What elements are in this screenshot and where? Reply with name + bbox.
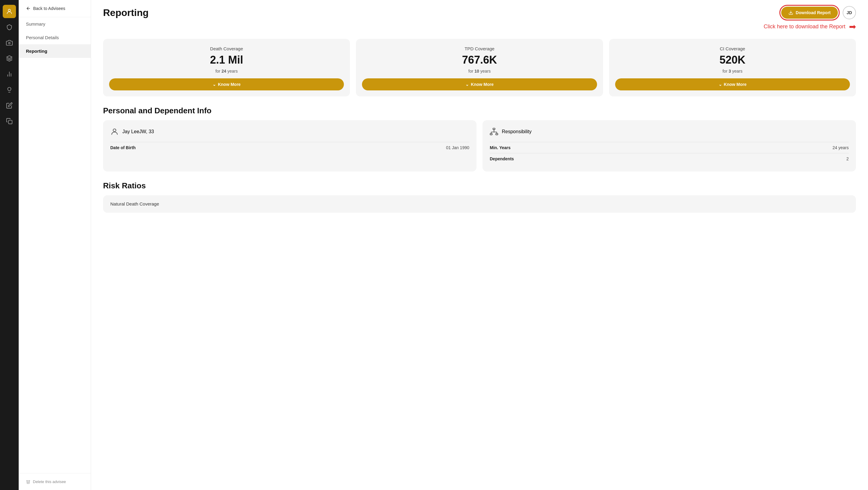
person-icon: [110, 127, 119, 136]
arrow-icon: ➡: [849, 22, 856, 32]
tpd-coverage-years: for 10 years: [468, 69, 491, 73]
annotation-text: Click here to download the Report: [764, 24, 845, 30]
avatar: JD: [843, 6, 856, 19]
tpd-coverage-card: TPD Coverage 767.6K for 10 years ⌄ Know …: [356, 39, 603, 96]
sidebar-icon-shield[interactable]: [3, 21, 16, 34]
main-content: Reporting Download Report JD Click here …: [91, 0, 868, 490]
tpd-coverage-title: TPD Coverage: [464, 46, 494, 51]
back-to-advisees-link[interactable]: Back to Advisees: [19, 0, 91, 17]
download-report-button[interactable]: Download Report: [781, 7, 838, 19]
responsibility-card: Responsibility Min. Years 24 years Depen…: [483, 120, 856, 172]
death-coverage-years: for 24 years: [216, 69, 238, 73]
risk-ratios-heading: Risk Ratios: [103, 181, 856, 190]
dob-label: Date of Birth: [110, 145, 135, 150]
sidebar-icon-layers[interactable]: [3, 52, 16, 65]
svg-marker-2: [7, 56, 12, 58]
tpd-coverage-value: 767.6K: [462, 54, 497, 66]
nav-panel: Back to Advisees Summary Personal Detail…: [19, 0, 91, 490]
svg-point-1: [8, 42, 10, 44]
personal-info-cards: Jay LeeJW, 33 Date of Birth 01 Jan 1990: [103, 120, 856, 172]
ci-coverage-title: CI Coverage: [720, 46, 745, 51]
risk-card: Natural Death Coverage: [103, 195, 856, 213]
nav-item-summary[interactable]: Summary: [19, 17, 91, 31]
natural-death-label: Natural Death Coverage: [110, 201, 159, 207]
responsibility-card-header: Responsibility: [490, 127, 849, 136]
ci-coverage-card: CI Coverage 520K for 3 years ⌄ Know More: [609, 39, 856, 96]
icon-sidebar: [0, 0, 19, 490]
personal-section-heading: Personal and Dependent Info: [103, 106, 856, 115]
person-card: Jay LeeJW, 33 Date of Birth 01 Jan 1990: [103, 120, 476, 172]
nav-item-personal-details[interactable]: Personal Details: [19, 31, 91, 44]
sidebar-icon-copy[interactable]: [3, 115, 16, 128]
coverage-section: Death Coverage 2.1 Mil for 24 years ⌄ Kn…: [91, 34, 868, 218]
page-title: Reporting: [103, 7, 149, 19]
ci-coverage-value: 520K: [719, 54, 745, 66]
tpd-know-more-button[interactable]: ⌄ Know More: [362, 78, 597, 90]
death-coverage-title: Death Coverage: [210, 46, 243, 51]
download-icon: [788, 10, 793, 15]
sidebar-icon-lightbulb[interactable]: [3, 83, 16, 96]
ci-coverage-years: for 3 years: [722, 69, 742, 73]
delete-label: Delete this advisee: [33, 480, 66, 484]
dependents-value: 2: [846, 156, 849, 161]
dob-value: 01 Jan 1990: [446, 145, 469, 150]
death-coverage-value: 2.1 Mil: [210, 54, 243, 66]
responsibility-title: Responsibility: [502, 129, 532, 134]
header-bar: Reporting Download Report JD: [91, 0, 868, 19]
svg-point-0: [8, 9, 10, 11]
dob-row: Date of Birth 01 Jan 1990: [110, 142, 469, 153]
sidebar-icon-edit[interactable]: [3, 99, 16, 112]
coverage-cards: Death Coverage 2.1 Mil for 24 years ⌄ Kn…: [103, 39, 856, 96]
sidebar-icon-person[interactable]: [3, 5, 16, 18]
ci-know-more-button[interactable]: ⌄ Know More: [615, 78, 850, 90]
sidebar-icon-camera[interactable]: [3, 36, 16, 50]
sidebar-icon-chart[interactable]: [3, 67, 16, 81]
back-label: Back to Advisees: [33, 6, 65, 11]
svg-point-9: [113, 129, 116, 132]
min-years-label: Min. Years: [490, 145, 510, 150]
person-card-header: Jay LeeJW, 33: [110, 127, 469, 136]
person-name: Jay LeeJW, 33: [122, 129, 154, 134]
click-annotation: Click here to download the Report ➡: [91, 19, 868, 34]
delete-advisee-link[interactable]: Delete this advisee: [19, 473, 91, 490]
org-icon: [490, 127, 498, 136]
death-know-more-button[interactable]: ⌄ Know More: [109, 78, 344, 90]
dependents-row: Dependents 2: [490, 153, 849, 164]
nav-item-reporting[interactable]: Reporting: [19, 44, 91, 58]
death-coverage-card: Death Coverage 2.1 Mil for 24 years ⌄ Kn…: [103, 39, 350, 96]
min-years-row: Min. Years 24 years: [490, 142, 849, 153]
min-years-value: 24 years: [832, 145, 849, 150]
svg-rect-6: [8, 120, 12, 124]
header-right: Download Report JD: [781, 6, 856, 19]
dependents-label: Dependents: [490, 156, 514, 161]
